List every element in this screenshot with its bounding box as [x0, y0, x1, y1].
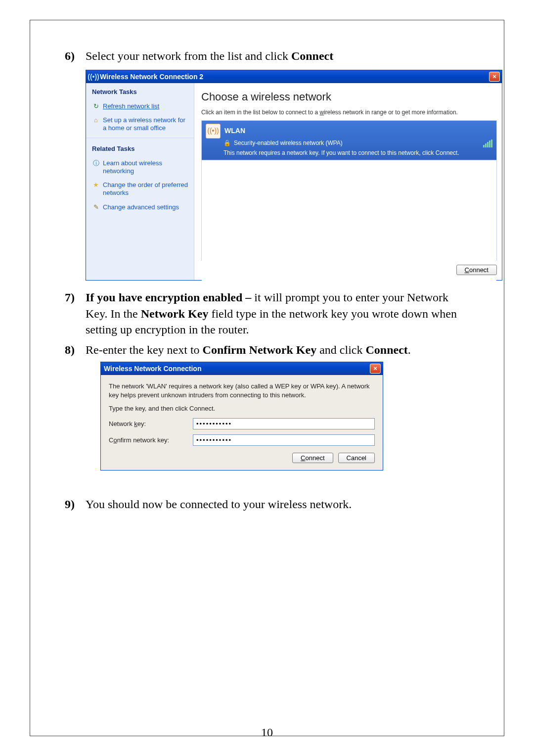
- network-key-label: Network key:: [109, 420, 193, 427]
- star-icon: ★: [92, 181, 100, 189]
- network-key-dialog: Wireless Network Connection × The networ…: [100, 362, 383, 471]
- confirm-key-input[interactable]: [193, 434, 375, 446]
- wireless-window: ((•)) Wireless Network Connection 2 × Ne…: [86, 70, 502, 281]
- panel-title: Choose a wireless network: [201, 90, 497, 104]
- close-button[interactable]: ×: [489, 72, 500, 82]
- link-label: Refresh network list: [103, 102, 159, 110]
- connect-button[interactable]: Connect: [292, 453, 333, 463]
- sidebar-section-title: Related Tasks: [86, 140, 194, 156]
- wireless-icon: ((•)): [89, 72, 98, 81]
- signal-icon: [483, 140, 492, 147]
- panel-subtitle: Click an item in the list below to conne…: [201, 109, 497, 116]
- connect-button[interactable]: Connect: [456, 265, 497, 275]
- change-order-link[interactable]: ★ Change the order of preferred networks: [86, 178, 194, 200]
- learn-link[interactable]: ⓘ Learn about wireless networking: [86, 156, 194, 179]
- link-label: Change the order of preferred networks: [103, 181, 188, 197]
- refresh-network-list-link[interactable]: ↻ Refresh network list: [86, 99, 194, 113]
- cancel-button[interactable]: Cancel: [338, 453, 375, 463]
- confirm-key-label: Confirm network key:: [109, 436, 193, 444]
- network-key-row: Network key:: [109, 418, 375, 429]
- info-icon: ⓘ: [92, 159, 100, 167]
- step-number: 6): [65, 48, 86, 64]
- window-title: Wireless Network Connection 2: [100, 73, 203, 82]
- gear-icon: ✎: [92, 203, 100, 211]
- step-text: Select your network from the list and cl…: [86, 48, 469, 64]
- network-item[interactable]: ((•)) WLAN 🔒 Security-enabled wireless n…: [202, 121, 496, 160]
- page-number: 10: [0, 726, 534, 739]
- setup-network-link[interactable]: ⌂ Set up a wireless network for a home o…: [86, 113, 194, 136]
- network-name: WLAN: [224, 127, 245, 136]
- step-8: 8) Re-enter the key next to Confirm Netw…: [65, 342, 469, 358]
- home-icon: ⌂: [92, 116, 100, 124]
- dialog-title: Wireless Network Connection: [104, 365, 201, 373]
- titlebar: ((•)) Wireless Network Connection 2 ×: [86, 70, 502, 83]
- link-label: Learn about wireless networking: [103, 159, 188, 176]
- network-security: Security-enabled wireless network (WPA): [234, 140, 343, 147]
- antenna-icon: ((•)): [206, 124, 221, 139]
- step-9: 9) You should now be connected to your w…: [65, 496, 469, 512]
- main-panel: Choose a wireless network Click an item …: [194, 83, 502, 280]
- close-button[interactable]: ×: [370, 364, 381, 374]
- dialog-instruction: Type the key, and then click Connect.: [109, 404, 375, 413]
- refresh-icon: ↻: [92, 102, 100, 110]
- advanced-settings-link[interactable]: ✎ Change advanced settings: [86, 200, 194, 214]
- dialog-message: The network 'WLAN' requires a network ke…: [109, 382, 375, 399]
- link-label: Set up a wireless network for a home or …: [103, 116, 188, 133]
- step-7: 7) If you have encryption enabled – it w…: [65, 289, 469, 337]
- sidebar-section-title: Network Tasks: [86, 83, 194, 99]
- network-key-input[interactable]: [193, 418, 375, 429]
- network-message: This network requires a network key. If …: [223, 149, 492, 157]
- network-list: ((•)) WLAN 🔒 Security-enabled wireless n…: [201, 120, 497, 261]
- titlebar: Wireless Network Connection ×: [101, 362, 383, 375]
- confirm-key-row: Confirm network key:: [109, 434, 375, 446]
- lock-icon: 🔒: [223, 140, 231, 147]
- sidebar: Network Tasks ↻ Refresh network list ⌂ S…: [86, 83, 194, 280]
- link-label: Change advanced settings: [103, 203, 179, 211]
- step-6: 6) Select your network from the list and…: [65, 48, 469, 64]
